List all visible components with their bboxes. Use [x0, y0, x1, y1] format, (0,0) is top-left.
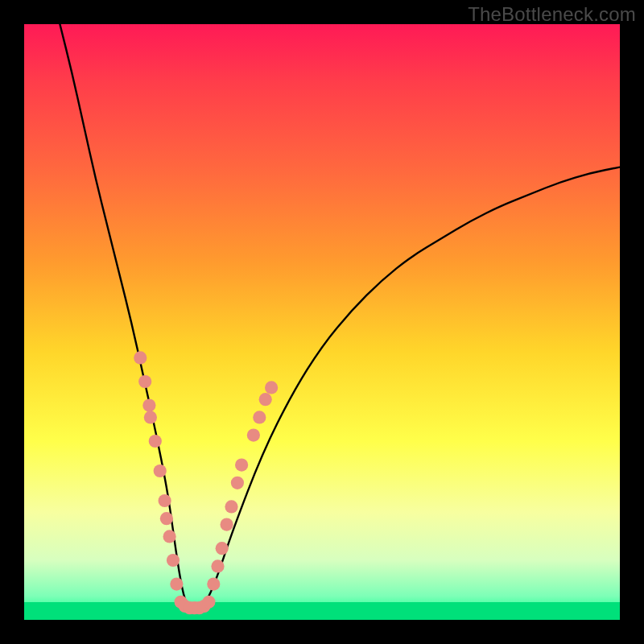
bead-left-8 [163, 530, 176, 543]
bead-right-10 [265, 381, 278, 394]
bead-right-6 [235, 459, 248, 472]
chart-frame: TheBottleneck.com [0, 0, 644, 644]
watermark-text: TheBottleneck.com [468, 3, 636, 26]
bead-left-5 [154, 464, 167, 477]
beads-group [134, 351, 278, 614]
bead-left-6 [159, 494, 171, 507]
bead-right-1 [211, 559, 224, 572]
bead-right-3 [221, 518, 233, 531]
bead-right-8 [253, 411, 266, 423]
bead-right-7 [247, 429, 260, 442]
bead-right-2 [216, 542, 229, 555]
bead-left-4 [149, 435, 162, 448]
bottleneck-curve [60, 24, 620, 608]
bead-left-0 [134, 351, 147, 364]
bead-right-0 [207, 578, 220, 591]
plot-area [24, 24, 620, 620]
bead-right-4 [225, 500, 237, 513]
bead-left-10 [170, 578, 183, 591]
bead-right-5 [231, 477, 244, 489]
bead-left-2 [142, 399, 155, 412]
bead-bottom-6 [202, 596, 215, 609]
bead-left-7 [160, 512, 173, 525]
curve-svg [24, 24, 620, 620]
bead-right-9 [259, 393, 272, 406]
bead-left-1 [138, 375, 151, 388]
bead-left-3 [144, 411, 157, 423]
bead-left-9 [167, 554, 180, 567]
